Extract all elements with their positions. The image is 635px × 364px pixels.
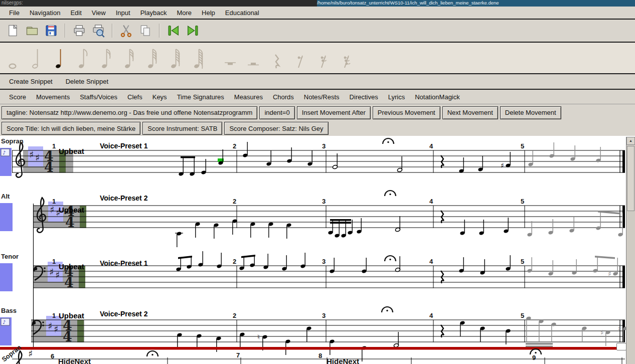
score-info-button-row: Score Title: Ich will dich lieben, meine…	[0, 121, 635, 136]
button-next-movement[interactable]: Next Movement	[442, 106, 498, 119]
sixteenth-rest-icon	[312, 45, 335, 72]
menu2-time-signatures[interactable]: Time Signatures	[172, 93, 229, 101]
corner-grip[interactable]	[616, 343, 626, 350]
half-rest-button[interactable]	[243, 45, 266, 72]
window-title-path: /home/nils/buro/tonsatz_unterricht/WS10-…	[317, 0, 635, 7]
thirtysecond-rest-button[interactable]	[335, 45, 358, 72]
svg-text:Tenor: Tenor	[1, 253, 19, 260]
menu2-notationmagick[interactable]: NotationMagick	[410, 93, 465, 101]
menu2-keys[interactable]: Keys	[147, 93, 172, 101]
new-document-button[interactable]	[4, 22, 22, 40]
menu-playback[interactable]: Playback	[135, 9, 172, 17]
save-button[interactable]	[42, 22, 60, 40]
svg-text:5: 5	[521, 258, 524, 265]
system-separator-line	[0, 347, 625, 350]
button-delete-movement[interactable]: Delete Movement	[500, 106, 561, 119]
go-last-button[interactable]	[184, 22, 202, 40]
print-preview-button[interactable]	[89, 22, 107, 40]
eighth-note-icon	[74, 45, 97, 72]
sixtyfourth-note-button[interactable]	[143, 45, 167, 72]
whole-rest-button[interactable]	[220, 45, 243, 72]
thirtysecond-note-button[interactable]	[120, 45, 143, 72]
menu2-lyrics[interactable]: Lyrics	[383, 93, 410, 101]
copy-icon	[138, 24, 152, 38]
go-first-button[interactable]	[165, 22, 183, 40]
menu-view[interactable]: View	[87, 9, 111, 17]
staff-alt[interactable]: ♯♯44Alt1UpbeatVoice-Preset 22345	[0, 191, 625, 247]
menu-file[interactable]: File	[4, 9, 25, 17]
quarter-rest-button[interactable]	[266, 45, 289, 72]
menu-edit[interactable]: Edit	[65, 9, 86, 17]
staff-sopran[interactable]: ♪♯♯44Sopran1UpbeatVoice-Preset 12345♯	[0, 137, 625, 177]
sixteenth-note-icon	[97, 45, 120, 72]
quarter-note-button[interactable]	[51, 45, 74, 72]
scroll-up-button[interactable]: ▲	[626, 137, 635, 145]
thirtysecond-note-icon	[120, 45, 143, 72]
menu2-movements[interactable]: Movements	[31, 93, 75, 101]
svg-text:2: 2	[233, 198, 236, 205]
button-tagline-notensatz-http-www-denemo-org-da[interactable]: tagline: Notensatz http://www.denemo.org…	[2, 106, 257, 119]
print-button[interactable]	[70, 22, 88, 40]
sixteenth-rest-button[interactable]	[312, 45, 335, 72]
svg-text:♪: ♪	[3, 150, 6, 155]
button-score-title-ich-will-dich-lieben-meine-s[interactable]: Score Title: Ich will dich lieben, meine…	[2, 122, 140, 135]
staff-bass[interactable]: ♪♯♯44Bass1UpbeatVoice-Preset 22345♮♯♯	[0, 307, 626, 361]
vertical-scrollbar[interactable]: ▲	[626, 137, 635, 364]
svg-text:5: 5	[521, 198, 524, 205]
menu2-notes-rests[interactable]: Notes/Rests	[299, 93, 345, 101]
window-title: nilsergps:	[0, 0, 317, 7]
menu-educational[interactable]: Educational	[220, 9, 264, 17]
menu2-directives[interactable]: Directives	[345, 93, 383, 101]
scrollbar-thumb[interactable]	[627, 146, 634, 211]
whole-note-button[interactable]	[5, 45, 28, 72]
object-menu-bar: ScoreMovementsStaffs/VoicesClefsKeysTime…	[0, 90, 635, 104]
staff-tenor[interactable]: ♯♯44Tenor1UpbeatVoice-Preset 12345♯	[0, 251, 625, 291]
menu2-score[interactable]: Score	[4, 93, 31, 101]
svg-text:Bass: Bass	[1, 307, 17, 314]
score-canvas[interactable]: ♪♯♯44Sopran1UpbeatVoice-Preset 12345♯♯♯4…	[0, 136, 635, 364]
menu2-measures[interactable]: Measures	[229, 93, 268, 101]
svg-text:8: 8	[319, 352, 322, 359]
svg-text:3: 3	[322, 312, 326, 319]
main-toolbar	[0, 20, 635, 43]
go-last-icon	[186, 24, 200, 38]
svg-text:5: 5	[521, 312, 524, 319]
svg-text:♯: ♯	[35, 152, 40, 163]
whole-note-icon	[5, 45, 28, 72]
menu-navigation[interactable]: Navigation	[25, 9, 65, 17]
music-notation[interactable]: ♪♯♯44Sopran1UpbeatVoice-Preset 12345♯♯♯4…	[0, 136, 626, 364]
svg-text:4: 4	[429, 198, 433, 205]
svg-text:5: 5	[521, 142, 524, 150]
quarter-note-icon	[51, 45, 74, 72]
sixteenth-note-button[interactable]	[97, 45, 120, 72]
menu-more[interactable]: More	[172, 9, 197, 17]
print-preview-icon	[91, 24, 105, 38]
snippet-delete-snippet[interactable]: Delete Snippet	[63, 78, 111, 85]
button-indent-0[interactable]: indent=0	[259, 106, 294, 119]
button-insert-movement-after[interactable]: Insert Movement After	[297, 106, 371, 119]
twofiftysixth-note-button[interactable]	[190, 45, 213, 72]
snippet-create-snippet[interactable]: Create Snippet	[6, 78, 56, 85]
eighth-rest-button[interactable]	[289, 45, 312, 72]
svg-text:Upbeat: Upbeat	[59, 262, 84, 271]
eighth-note-button[interactable]	[74, 45, 97, 72]
svg-text:♮: ♮	[257, 333, 260, 341]
button-score-instrument-satb[interactable]: Score Instrument: SATB	[142, 122, 222, 135]
svg-text:4: 4	[429, 312, 433, 319]
copy-button[interactable]	[136, 22, 154, 40]
cut-button[interactable]	[117, 22, 135, 40]
menu-input[interactable]: Input	[111, 9, 135, 17]
svg-text:1: 1	[52, 142, 56, 150]
onetwentyeighth-note-button[interactable]	[167, 45, 190, 72]
half-note-button[interactable]	[28, 45, 51, 72]
menu-help[interactable]: Help	[197, 9, 220, 17]
menu2-clefs[interactable]: Clefs	[122, 93, 147, 101]
onetwentyeighth-note-icon	[167, 45, 190, 72]
menu2-chords[interactable]: Chords	[268, 93, 299, 101]
svg-text:♯: ♯	[54, 323, 58, 334]
menu2-staffs-voices[interactable]: Staffs/Voices	[75, 93, 122, 101]
scrollbar-track[interactable]	[626, 145, 635, 364]
open-folder-button[interactable]	[23, 22, 41, 40]
button-score-composer-satz-nils-gey[interactable]: Score Composer: Satz: Nils Gey	[224, 122, 328, 135]
button-previous-movement[interactable]: Previous Movement	[373, 106, 440, 119]
